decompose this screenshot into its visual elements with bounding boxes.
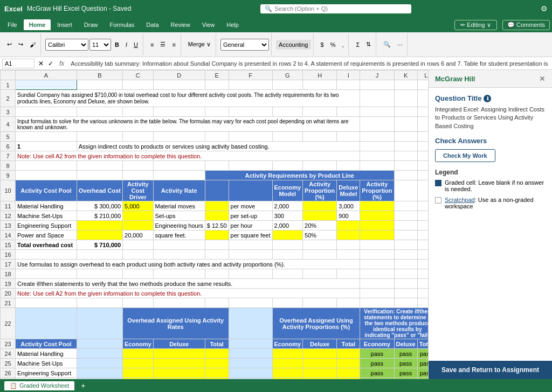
cell-b6[interactable]: Assign indirect costs to products or ser… <box>77 142 360 151</box>
cell-b12[interactable]: $ 210,000 <box>77 211 122 221</box>
sum-btn[interactable]: Σ <box>353 40 362 50</box>
cell-c11[interactable]: 5,000 <box>123 201 154 211</box>
cell-d26[interactable] <box>153 368 205 378</box>
cell-k2[interactable] <box>394 90 417 107</box>
cell-c10[interactable]: Activity Cost Driver <box>123 180 154 201</box>
cell-g11[interactable]: 2,000 <box>272 201 303 211</box>
undo-btn[interactable]: ↩ <box>4 39 15 50</box>
cell-b22[interactable] <box>77 308 122 339</box>
cell-e12[interactable] <box>205 211 229 221</box>
col-header-a[interactable]: A <box>16 71 77 80</box>
cell-reference[interactable] <box>2 59 34 68</box>
tab-home[interactable]: Home <box>24 19 51 30</box>
percent-btn[interactable]: % <box>328 40 339 50</box>
cell-g15[interactable] <box>272 240 303 250</box>
cell-f11[interactable]: per move <box>229 201 272 211</box>
tab-help[interactable]: Help <box>221 19 244 30</box>
cell-g24[interactable] <box>272 349 303 359</box>
cell-f1[interactable] <box>229 80 272 90</box>
italic-btn[interactable]: I <box>123 40 130 50</box>
cell-i12[interactable]: 900 <box>337 211 360 221</box>
cell-a14[interactable]: Power and Space <box>16 230 77 240</box>
cell-f14[interactable]: per square feet <box>229 230 272 240</box>
add-sheet-button[interactable]: + <box>79 381 87 390</box>
cell-a1[interactable] <box>16 80 77 90</box>
cell-f24[interactable] <box>229 349 272 359</box>
cell-h15[interactable] <box>303 240 337 250</box>
cell-d10[interactable]: Activity Rate <box>153 180 205 201</box>
cell-h14[interactable]: 50% <box>303 230 337 240</box>
cell-j22[interactable]: Verification: Create if/then statements … <box>360 308 428 339</box>
info-icon[interactable]: ℹ <box>484 95 491 102</box>
cell-c13[interactable] <box>123 221 154 230</box>
cell-h24[interactable] <box>303 349 337 359</box>
editing-button[interactable]: ✏ Editing ∨ <box>454 20 497 30</box>
save-return-button[interactable]: Save and Return to Assignment <box>429 361 552 379</box>
align-center-btn[interactable]: ☰ <box>157 39 168 50</box>
align-left-btn[interactable]: ≡ <box>148 40 156 50</box>
cell-j15[interactable] <box>360 240 394 250</box>
sort-btn[interactable]: ⇅ <box>363 39 374 50</box>
tab-draw[interactable]: Draw <box>79 19 104 30</box>
cell-a13[interactable]: Engineering Support <box>16 221 77 230</box>
cell-i15[interactable] <box>337 240 360 250</box>
cell-d1[interactable] <box>153 80 205 90</box>
cell-a15[interactable]: Total overhead cost <box>16 240 77 250</box>
underline-btn[interactable]: U <box>131 40 141 50</box>
cell-a27[interactable]: Power and Space <box>16 378 77 380</box>
cell-c23[interactable]: Economy <box>123 339 154 349</box>
align-right-btn[interactable]: ≡ <box>169 40 178 50</box>
cell-a19[interactable]: Create if/then statements to verify that… <box>16 279 360 289</box>
cell-e25[interactable] <box>205 359 229 368</box>
cell-k23[interactable]: Deluxe <box>394 339 417 349</box>
cell-f22[interactable] <box>229 308 272 339</box>
cell-i25[interactable] <box>337 359 360 368</box>
cell-f12[interactable]: per set-up <box>229 211 272 221</box>
cell-a6[interactable]: 1 <box>16 142 77 151</box>
cell-k24[interactable]: pass <box>394 349 417 359</box>
cell-a11[interactable]: Material Handling <box>16 201 77 211</box>
cell-j25[interactable]: pass <box>360 359 394 368</box>
cell-e1[interactable] <box>205 80 229 90</box>
cell-b24[interactable] <box>77 349 122 359</box>
cell-h10[interactable]: Activity Proportion (%) <box>303 180 337 201</box>
format-painter-btn[interactable]: 🖌 <box>27 40 38 50</box>
cell-b14[interactable] <box>77 230 122 240</box>
cell-j11[interactable] <box>360 201 394 211</box>
cell-i13[interactable] <box>337 221 360 230</box>
close-panel-btn[interactable]: ✕ <box>539 74 546 83</box>
redo-btn[interactable]: ↪ <box>16 39 26 50</box>
cell-i24[interactable] <box>337 349 360 359</box>
cell-g1[interactable] <box>272 80 303 90</box>
cell-j27[interactable]: pass <box>360 378 394 380</box>
cell-j12[interactable] <box>360 211 394 221</box>
cell-d13[interactable]: Engineering hours <box>153 221 205 230</box>
cell-a24[interactable]: Material Handling <box>16 349 77 359</box>
cell-l24[interactable]: pass <box>417 349 428 359</box>
cell-b1[interactable] <box>77 80 122 90</box>
col-header-j[interactable]: J <box>360 71 394 80</box>
cell-l2[interactable] <box>417 90 428 107</box>
cell-h26[interactable] <box>303 368 337 378</box>
cell-d27[interactable] <box>153 378 205 380</box>
cell-e10[interactable] <box>205 180 229 201</box>
cell-i1[interactable] <box>337 80 360 90</box>
col-header-d[interactable]: D <box>153 71 205 80</box>
search-input[interactable] <box>274 5 407 12</box>
cell-a2[interactable]: Sundial Company has assigned $710,000 in… <box>16 90 360 107</box>
cell-c22[interactable]: Overhead Assigned Using Activity Rates <box>123 308 229 339</box>
cell-a20[interactable]: Note: Use cell A2 from the given informa… <box>16 289 360 298</box>
col-header-c[interactable]: C <box>123 71 154 80</box>
cell-k27[interactable]: pass <box>394 378 417 380</box>
cell-l26[interactable]: pass <box>417 368 428 378</box>
accounting-btn[interactable]: Accounting <box>276 40 310 50</box>
cell-a9[interactable] <box>16 171 77 180</box>
col-header-g[interactable]: G <box>272 71 303 80</box>
cell-d14[interactable]: square feet. <box>153 230 205 240</box>
cell-b27[interactable] <box>77 378 122 380</box>
tab-view[interactable]: View <box>197 19 220 30</box>
col-header-e[interactable]: E <box>205 71 229 80</box>
cell-e13[interactable]: $ 12.50 <box>205 221 229 230</box>
cell-k1[interactable] <box>394 80 417 90</box>
font-size-selector[interactable]: 11 <box>89 39 111 51</box>
